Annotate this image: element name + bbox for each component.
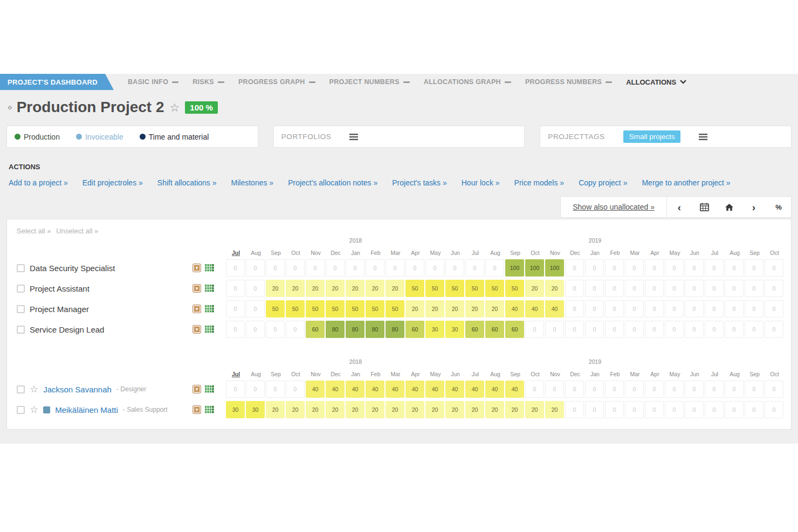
allocation-cell[interactable]: 20 [485,300,504,317]
allocation-cell[interactable]: 0 [266,381,285,398]
nav-tab-allocations-graph[interactable]: ALLOCATIONS GRAPH [424,78,511,86]
allocation-cell[interactable]: 80 [386,321,404,338]
allocation-cell[interactable]: 20 [545,401,564,418]
chevron-right-icon[interactable]: › [741,197,766,217]
allocation-cell[interactable]: 0 [765,321,783,338]
dropdown-icon[interactable]: ▼ [192,284,201,293]
allocation-cell[interactable]: 40 [326,381,345,398]
allocation-cell[interactable]: 50 [465,280,484,297]
allocation-cell[interactable]: 0 [266,259,285,277]
dropdown-icon[interactable]: ▼ [192,385,201,393]
allocation-cell[interactable]: 0 [725,259,744,277]
row-checkbox[interactable] [17,326,25,334]
allocation-cell[interactable]: 0 [665,321,684,338]
allocation-cell[interactable]: 0 [745,300,763,317]
allocation-cell[interactable]: 0 [525,381,544,398]
allocation-cell[interactable]: 20 [465,401,484,418]
allocation-cell[interactable]: 0 [625,300,644,317]
allocation-cell[interactable]: 0 [605,300,624,317]
allocation-cell[interactable]: 40 [505,381,524,398]
allocation-cell[interactable]: 0 [705,381,724,398]
allocation-cell[interactable]: 0 [565,259,584,277]
allocation-cell[interactable]: 50 [326,300,345,317]
action-add-to-a-project[interactable]: Add to a project » [9,178,68,187]
allocation-cell[interactable]: 0 [525,321,544,338]
allocation-cell[interactable]: 0 [485,259,504,277]
allocation-grid-icon[interactable] [205,264,214,272]
allocation-cell[interactable]: 40 [485,381,504,398]
allocation-cell[interactable]: 20 [525,280,544,297]
allocation-cell[interactable]: 0 [585,300,604,317]
row-checkbox[interactable] [17,406,25,414]
allocation-cell[interactable]: 0 [625,259,644,277]
allocation-cell[interactable]: 20 [326,401,345,418]
allocation-cell[interactable]: 20 [366,401,384,418]
allocation-cell[interactable]: 20 [445,300,464,317]
row-checkbox[interactable] [17,305,25,313]
allocation-cell[interactable]: 40 [306,381,325,398]
allocation-cell[interactable]: 0 [226,321,245,338]
allocation-cell[interactable]: 0 [425,259,444,277]
allocation-cell[interactable]: 20 [505,401,524,418]
allocation-cell[interactable]: 50 [266,300,285,317]
allocation-cell[interactable]: 0 [625,401,644,418]
allocation-cell[interactable]: 0 [226,280,245,297]
allocation-cell[interactable]: 20 [545,280,564,297]
tab-allocations[interactable]: ALLOCATIONS [626,78,686,86]
allocation-cell[interactable]: 20 [326,280,345,297]
allocation-cell[interactable]: 50 [286,300,305,317]
allocation-cell[interactable]: 0 [705,280,724,297]
allocation-grid-icon[interactable] [205,406,214,413]
calendar-icon[interactable] [692,197,717,217]
allocation-cell[interactable]: 30 [226,401,245,418]
allocation-cell[interactable]: 0 [585,321,604,338]
allocation-cell[interactable]: 0 [725,300,744,317]
allocation-cell[interactable]: 0 [645,280,664,297]
allocation-cell[interactable]: 60 [465,321,484,338]
nav-tab-progress-numbers[interactable]: PROGRESS NUMBERS [525,78,612,86]
allocation-cell[interactable]: 20 [286,280,305,297]
allocation-cell[interactable]: 0 [226,300,245,317]
allocation-cell[interactable]: 0 [705,401,724,418]
allocation-cell[interactable]: 0 [685,321,704,338]
allocation-cell[interactable]: 100 [505,259,524,277]
allocation-cell[interactable]: 50 [405,280,424,297]
allocation-cell[interactable]: 0 [725,280,744,297]
unselect-all-link[interactable]: Unselect all » [56,227,98,235]
allocation-cell[interactable]: 60 [306,321,325,338]
allocation-cell[interactable]: 60 [505,321,524,338]
allocation-cell[interactable]: 30 [445,321,464,338]
allocation-cell[interactable]: 0 [565,280,584,297]
percent-icon[interactable]: % [766,197,791,217]
allocation-cell[interactable]: 0 [246,321,265,338]
allocation-cell[interactable]: 50 [366,300,384,317]
allocation-cell[interactable]: 0 [765,300,783,317]
allocation-cell[interactable]: 0 [445,259,464,277]
allocation-cell[interactable]: 50 [505,280,524,297]
row-checkbox[interactable] [17,285,25,293]
allocation-cell[interactable]: 0 [286,259,305,277]
favorite-star-icon[interactable]: ☆ [169,102,180,113]
allocation-cell[interactable]: 20 [405,401,424,418]
collapse-icon[interactable]: ‹› [8,102,11,112]
home-icon[interactable] [717,197,741,217]
dropdown-icon[interactable]: ▼ [192,405,201,414]
action-project-s-allocation-notes[interactable]: Project's allocation notes » [288,178,377,187]
allocation-cell[interactable]: 0 [765,401,783,418]
allocation-cell[interactable]: 0 [585,381,604,398]
allocation-cell[interactable]: 0 [465,259,484,277]
dropdown-icon[interactable]: ▼ [192,305,201,313]
allocation-grid-icon[interactable] [205,326,214,333]
allocation-cell[interactable]: 0 [725,401,744,418]
allocation-cell[interactable]: 80 [346,321,364,338]
row-checkbox[interactable] [17,385,25,393]
allocation-cell[interactable]: 20 [525,401,544,418]
allocation-cell[interactable]: 0 [565,381,584,398]
allocation-cell[interactable]: 0 [545,381,564,398]
allocation-cell[interactable]: 40 [405,381,424,398]
allocation-cell[interactable]: 0 [645,259,664,277]
allocation-cell[interactable]: 0 [705,259,724,277]
allocation-cell[interactable]: 0 [226,381,245,398]
allocation-cell[interactable]: 0 [585,280,604,297]
allocation-cell[interactable]: 0 [665,381,684,398]
